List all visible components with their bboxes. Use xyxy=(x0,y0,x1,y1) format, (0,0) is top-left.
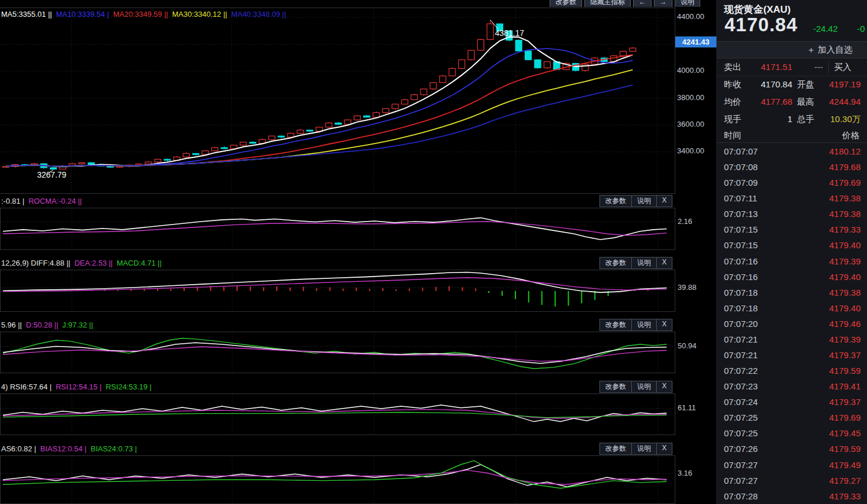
tick-time: 07:07:11 xyxy=(724,193,757,203)
rsi-change-params-button[interactable]: 改参数 xyxy=(599,381,632,393)
tick-row: 07:07:224179.59 xyxy=(717,363,867,378)
bias-label-2: BIAS24:0.73 | xyxy=(90,444,137,453)
rsi-label-0: 4) RSI6:57.64 | xyxy=(1,382,52,391)
rsi-close-indicator-button[interactable]: X xyxy=(656,381,672,393)
current-price-tag: 4241.43 xyxy=(675,36,716,47)
svg-text:3267.79: 3267.79 xyxy=(37,170,67,179)
bias-change-params-button[interactable]: 改参数 xyxy=(599,443,632,455)
high-label: 最高 xyxy=(797,97,814,108)
roc-label-0: :-0.81 | xyxy=(1,197,24,205)
cur-vol-label: 现手 xyxy=(724,114,741,125)
kdj-label-0: 5.96 || xyxy=(1,321,22,329)
tick-row: 07:07:214179.39 xyxy=(717,332,867,347)
avg-label: 均价 xyxy=(724,97,741,108)
macd-help-button[interactable]: 说明 xyxy=(631,257,657,269)
kdj-help-button[interactable]: 说明 xyxy=(631,319,657,331)
tick-row: 07:07:134179.38 xyxy=(717,206,867,222)
tick-time: 07:07:24 xyxy=(724,397,758,407)
tick-table-header: 时间 价格 xyxy=(717,128,867,143)
tick-row: 07:07:204179.46 xyxy=(717,316,867,332)
tick-time: 07:07:27 xyxy=(724,476,758,485)
tick-price: 4179.69 xyxy=(829,413,861,422)
buy-button[interactable]: 买入 xyxy=(834,62,851,73)
bias-chart[interactable] xyxy=(0,455,675,504)
sell-button[interactable]: 卖出 xyxy=(724,62,741,73)
bid-ask-row: 卖出 4171.51 --- 买入 xyxy=(717,58,867,76)
kdj-chart[interactable] xyxy=(0,332,675,373)
tick-time: 07:07:26 xyxy=(724,444,758,454)
tick-time: 07:07:07 xyxy=(724,146,758,156)
tick-price: 4179.33 xyxy=(829,225,861,234)
macd-change-params-button[interactable]: 改参数 xyxy=(599,257,632,269)
tick-row: 07:07:264179.59 xyxy=(717,441,867,457)
roc-close-indicator-button[interactable]: X xyxy=(656,195,672,207)
quote-panel: 现货黄金(XAU) 4170.84 -24.42 -0 ＋ 加入自选 卖出 41… xyxy=(716,0,867,504)
price-axis: 4400.004000.003800.003600.003400.004241.… xyxy=(676,0,716,197)
tick-time: 07:07:25 xyxy=(724,428,758,438)
bias-label-1: BIAS12:0.54 | xyxy=(40,444,86,453)
sell-price: 4171.51 xyxy=(746,62,792,72)
tick-price: 4179.27 xyxy=(829,476,861,485)
tick-table[interactable]: 07:07:074180.1207:07:084179.6807:07:0941… xyxy=(717,144,867,504)
tick-row: 07:07:114179.38 xyxy=(717,190,867,206)
ma-label-3: MA30:3340.12 || xyxy=(172,10,227,19)
main-candlestick-chart[interactable]: 4381.173267.79 xyxy=(0,8,675,194)
price-change: -24.42 xyxy=(813,24,838,34)
tick-time: 07:07:08 xyxy=(724,162,758,172)
toolbar-button-2[interactable]: ← xyxy=(633,0,652,7)
tick-time: 07:07:13 xyxy=(724,209,758,219)
kdj-close-indicator-button[interactable]: X xyxy=(656,319,672,331)
macd-close-indicator-button[interactable]: X xyxy=(656,257,672,269)
rsi-right-value: 61.11 xyxy=(678,403,696,412)
tick-price: 4179.40 xyxy=(829,272,861,282)
tick-price: 4179.40 xyxy=(829,303,861,313)
open-value: 4197.19 xyxy=(814,79,861,89)
total-vol-label: 总手 xyxy=(797,114,814,125)
chart-toolbar: 改参数隐藏主指标←→说明 xyxy=(547,0,700,7)
roc-help-button[interactable]: 说明 xyxy=(631,195,657,207)
roc-header: :-0.81 |ROCMA:-0.24 ||改参数说明X xyxy=(0,195,675,207)
tick-price: 4179.45 xyxy=(829,428,861,438)
kdj-change-params-button[interactable]: 改参数 xyxy=(599,319,632,331)
info-row-2: 均价 4177.68 最高 4244.94 xyxy=(717,93,867,111)
total-vol-value: 10.30万 xyxy=(814,114,861,125)
tick-time: 07:07:23 xyxy=(724,381,758,391)
add-watchlist-button[interactable]: ＋ 加入自选 xyxy=(717,41,867,58)
tick-price: 4179.39 xyxy=(829,256,861,266)
tick-time: 07:07:22 xyxy=(724,366,758,376)
tick-row: 07:07:154179.40 xyxy=(717,237,867,253)
tick-price: 4179.33 xyxy=(829,491,861,501)
high-value: 4244.94 xyxy=(814,97,861,106)
tick-price: 4179.38 xyxy=(829,193,861,203)
trading-terminal: { "colors":{"up_red":"#e23535","down_cya… xyxy=(0,0,867,504)
rsi-chart[interactable] xyxy=(0,393,675,435)
bias-help-button[interactable]: 说明 xyxy=(631,443,657,455)
tick-row: 07:07:094179.69 xyxy=(717,175,867,190)
price-column-header: 价格 xyxy=(842,130,859,141)
toolbar-button-3[interactable]: → xyxy=(654,0,672,7)
toolbar-button-4[interactable]: 说明 xyxy=(675,0,700,7)
tick-price: 4180.12 xyxy=(829,146,861,156)
tick-time: 07:07:15 xyxy=(724,240,758,250)
macd-right-value: 39.88 xyxy=(678,283,697,292)
kdj-label-1: D:50.28 || xyxy=(26,321,58,329)
tick-row: 07:07:214179.37 xyxy=(717,347,867,363)
tick-row: 07:07:184179.40 xyxy=(717,300,867,316)
open-label: 开盘 xyxy=(797,79,814,90)
rsi-help-button[interactable]: 说明 xyxy=(631,381,657,393)
bias-close-indicator-button[interactable]: X xyxy=(656,443,672,455)
tick-row: 07:07:284179.33 xyxy=(717,488,867,504)
tick-row: 07:07:254179.69 xyxy=(717,410,867,425)
axis-label-3400.00: 3400.00 xyxy=(677,146,704,155)
roc-change-params-button[interactable]: 改参数 xyxy=(599,195,632,207)
toolbar-button-1[interactable]: 隐藏主指标 xyxy=(584,0,631,7)
tick-time: 07:07:16 xyxy=(724,272,758,282)
toolbar-button-0[interactable]: 改参数 xyxy=(550,0,582,7)
tick-price: 4179.59 xyxy=(829,444,861,454)
roc-chart[interactable] xyxy=(0,208,675,250)
prev-close-value: 4170.84 xyxy=(746,79,792,89)
tick-time: 07:07:15 xyxy=(724,225,758,234)
tick-time: 07:07:16 xyxy=(724,256,758,266)
price-change-pct: -0 xyxy=(857,24,865,34)
macd-chart[interactable] xyxy=(0,270,675,312)
